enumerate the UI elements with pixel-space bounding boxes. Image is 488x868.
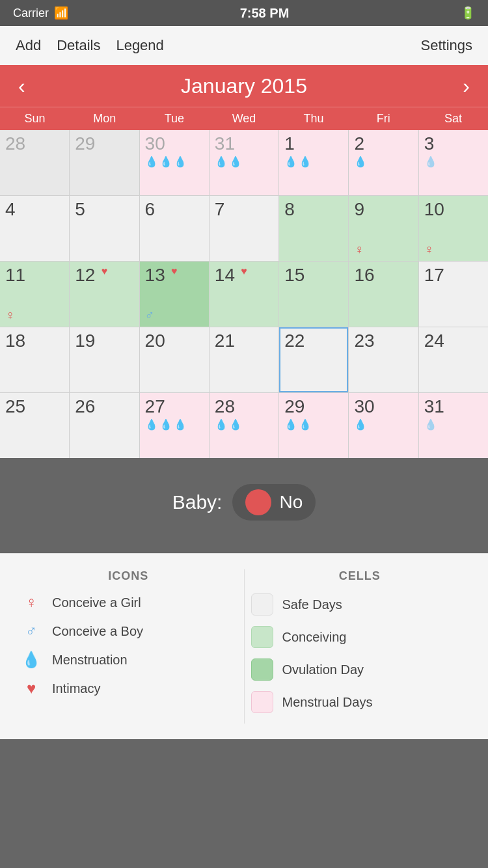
cell-icons: 💧💧💧 bbox=[145, 418, 204, 431]
days-of-week-row: SunMonTueWedThuFriSat bbox=[0, 107, 488, 130]
table-row[interactable]: 17 bbox=[419, 262, 488, 327]
legend-symbol: ♀ bbox=[20, 593, 43, 612]
table-row[interactable]: 31💧💧 bbox=[210, 130, 278, 195]
cell-icons: 💧💧 bbox=[284, 156, 343, 168]
add-button[interactable]: Add bbox=[16, 37, 41, 54]
table-row[interactable]: 21 bbox=[210, 327, 278, 392]
details-button[interactable]: Details bbox=[57, 37, 100, 54]
day-number: 10 bbox=[424, 200, 483, 220]
legend-icons-col: ICONS ♀ Conceive a Girl ♂ Conceive a Boy… bbox=[20, 569, 237, 724]
table-row[interactable]: 27💧💧💧 bbox=[140, 393, 209, 458]
legend-button[interactable]: Legend bbox=[116, 37, 163, 54]
status-right: 🔋 bbox=[461, 6, 475, 20]
table-row[interactable]: 8 bbox=[279, 196, 348, 261]
baby-toggle-button[interactable]: No bbox=[232, 484, 316, 521]
prev-month-button[interactable]: ‹ bbox=[18, 74, 25, 98]
table-row[interactable]: ♥14 bbox=[210, 262, 278, 327]
calendar-grid: 282930💧💧💧31💧💧1💧💧2💧3💧456789♀10♀11♀♥12♥13♂… bbox=[0, 130, 488, 458]
drop-icon: 💧 bbox=[299, 418, 312, 431]
drop-icon: 💧 bbox=[354, 156, 367, 168]
legend-cell-text: Ovulation Day bbox=[282, 662, 364, 677]
table-row[interactable]: 19 bbox=[70, 327, 139, 392]
day-number: 6 bbox=[145, 200, 204, 220]
heart-icon: ♥ bbox=[171, 265, 178, 277]
day-number: 16 bbox=[354, 265, 413, 286]
wifi-icon: 📶 bbox=[54, 6, 68, 20]
day-number: 8 bbox=[284, 200, 343, 220]
legend-cell-item: Ovulation Day bbox=[251, 658, 469, 681]
table-row[interactable]: 28 bbox=[0, 130, 69, 195]
legend-symbol-char: ♀ bbox=[25, 593, 37, 611]
table-row[interactable]: 24 bbox=[419, 327, 488, 392]
table-row[interactable]: 15 bbox=[279, 262, 348, 327]
table-row[interactable]: 5 bbox=[70, 196, 139, 261]
table-row[interactable]: 2💧 bbox=[349, 130, 418, 195]
status-bar: Carrier 📶 7:58 PM 🔋 bbox=[0, 0, 488, 26]
day-number: 31 bbox=[215, 134, 273, 154]
legend-cell-text: Menstrual Days bbox=[282, 695, 373, 710]
table-row[interactable]: 28💧💧 bbox=[210, 393, 278, 458]
legend-icon-item: ♥ Intimacy bbox=[20, 679, 237, 698]
drop-outline-icon: 💧 bbox=[424, 418, 437, 431]
table-row[interactable]: 16 bbox=[349, 262, 418, 327]
table-row[interactable]: 30💧 bbox=[349, 393, 418, 458]
day-number: 9 bbox=[354, 200, 413, 220]
day-number: 15 bbox=[284, 265, 343, 286]
toggle-value: No bbox=[279, 492, 303, 513]
table-row[interactable]: 22 bbox=[279, 327, 348, 392]
legend-divider bbox=[244, 569, 245, 724]
baby-label: Baby: bbox=[172, 491, 223, 513]
day-number: 19 bbox=[75, 331, 133, 351]
table-row[interactable]: 31💧 bbox=[419, 393, 488, 458]
drop-icon: 💧 bbox=[174, 156, 187, 168]
heart-icon: ♥ bbox=[102, 265, 108, 277]
female-gender-icon: ♀ bbox=[5, 308, 15, 323]
table-row[interactable]: 1💧💧 bbox=[279, 130, 348, 195]
next-month-button[interactable]: › bbox=[463, 74, 470, 98]
legend-color-swatch bbox=[251, 593, 273, 616]
drop-outline-icon: 💧 bbox=[424, 156, 437, 168]
table-row[interactable]: 10♀ bbox=[419, 196, 488, 261]
drop-icon: 💧 bbox=[229, 156, 242, 168]
table-row[interactable]: 29 bbox=[70, 130, 139, 195]
day-number: 25 bbox=[5, 397, 64, 417]
settings-button[interactable]: Settings bbox=[421, 37, 473, 54]
drop-icon: 💧 bbox=[284, 418, 297, 431]
cells-col-title: CELLS bbox=[251, 569, 469, 583]
day-number: 4 bbox=[5, 200, 64, 220]
table-row[interactable]: 29💧💧 bbox=[279, 393, 348, 458]
table-row[interactable]: 20 bbox=[140, 327, 209, 392]
day-number: 30 bbox=[354, 397, 413, 417]
table-row[interactable]: 18 bbox=[0, 327, 69, 392]
drop-icon: 💧 bbox=[159, 418, 172, 431]
status-time: 7:58 PM bbox=[240, 6, 290, 21]
table-row[interactable]: 7 bbox=[210, 196, 278, 261]
legend-columns: ICONS ♀ Conceive a Girl ♂ Conceive a Boy… bbox=[20, 569, 468, 724]
table-row[interactable]: 3💧 bbox=[419, 130, 488, 195]
day-number: 29 bbox=[284, 397, 343, 417]
day-number: 28 bbox=[5, 134, 64, 154]
legend-cell-text: Safe Days bbox=[282, 597, 342, 612]
table-row[interactable]: 25 bbox=[0, 393, 69, 458]
table-row[interactable]: ♥12 bbox=[70, 262, 139, 327]
table-row[interactable]: 4 bbox=[0, 196, 69, 261]
cell-icons: 💧 bbox=[424, 156, 483, 168]
legend-section: ICONS ♀ Conceive a Girl ♂ Conceive a Boy… bbox=[0, 553, 488, 739]
table-row[interactable]: 11♀ bbox=[0, 262, 69, 327]
legend-cells-col: CELLS Safe Days Conceiving Ovulation Day… bbox=[251, 569, 469, 724]
legend-symbol-char: ♥ bbox=[27, 679, 36, 697]
table-row[interactable]: 26 bbox=[70, 393, 139, 458]
day-number: 11 bbox=[5, 265, 64, 286]
legend-symbol-char: 💧 bbox=[21, 651, 41, 668]
table-row[interactable]: ♥13♂ bbox=[140, 262, 209, 327]
table-row[interactable]: 23 bbox=[349, 327, 418, 392]
table-row[interactable]: 6 bbox=[140, 196, 209, 261]
table-row[interactable]: 30💧💧💧 bbox=[140, 130, 209, 195]
table-row[interactable]: 9♀ bbox=[349, 196, 418, 261]
cell-icons: 💧💧 bbox=[215, 156, 273, 168]
status-left: Carrier 📶 bbox=[13, 6, 68, 20]
battery-icon: 🔋 bbox=[461, 6, 475, 20]
calendar-header: ‹ January 2015 › bbox=[0, 65, 488, 107]
drop-icon: 💧 bbox=[215, 156, 228, 168]
cell-icons: 💧 bbox=[424, 418, 483, 431]
